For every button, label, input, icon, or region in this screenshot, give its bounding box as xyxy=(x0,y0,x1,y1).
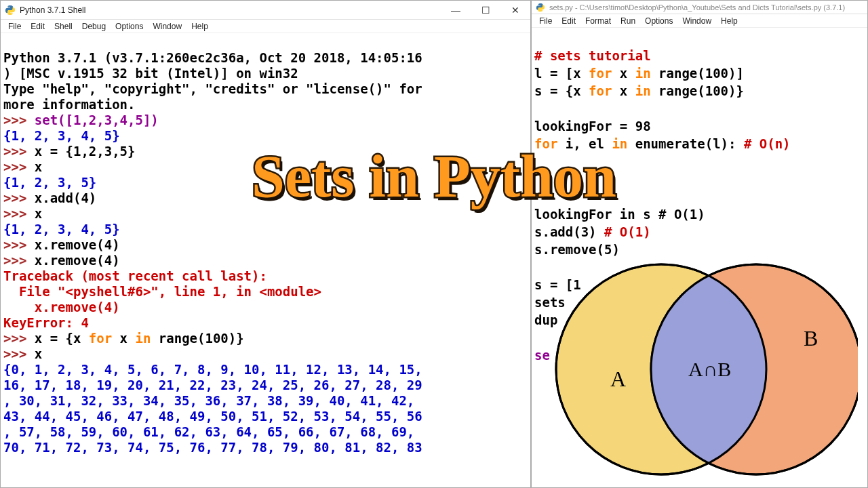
prompt: >>> xyxy=(3,113,35,127)
shell-input: x.remove(4) xyxy=(35,237,120,252)
shell-input: x = {1,2,3,5} xyxy=(35,144,136,159)
shell-output: {1, 2, 3, 4, 5} xyxy=(3,222,120,237)
menu-format[interactable]: Format xyxy=(580,15,616,27)
menu-options[interactable]: Options xyxy=(640,15,677,27)
traceback: KeyError: 4 xyxy=(3,315,89,330)
shell-output: , 30, 31, 32, 33, 34, 35, 36, 37, 38, 39… xyxy=(3,393,422,408)
editor-line: s.add(3) # O(1) xyxy=(534,224,651,239)
python-icon xyxy=(536,3,545,12)
thumbnail-title: Sets in Python xyxy=(252,142,616,211)
shell-output: {0, 1, 2, 3, 4, 5, 6, 7, 8, 9, 10, 11, 1… xyxy=(3,362,422,377)
shell-output: 70, 71, 72, 73, 74, 75, 76, 77, 78, 79, … xyxy=(3,440,422,455)
menu-debug[interactable]: Debug xyxy=(77,20,111,33)
shell-text[interactable]: Python 3.7.1 (v3.7.1:260ec2c36a, Oct 20 … xyxy=(1,33,530,455)
menu-help[interactable]: Help xyxy=(716,15,743,27)
shell-input: x xyxy=(35,346,42,361)
menu-options[interactable]: Options xyxy=(111,20,148,33)
shell-title: Python 3.7.1 Shell xyxy=(20,5,441,15)
prompt: >>> xyxy=(3,253,35,268)
shell-input: x.remove(4) xyxy=(35,253,120,268)
traceback: x.remove(4) xyxy=(3,300,120,314)
close-button[interactable]: ✕ xyxy=(500,1,530,19)
editor-menubar: File Edit Format Run Options Window Help xyxy=(532,14,867,28)
shell-window: Python 3.7.1 Shell — ☐ ✕ File Edit Shell… xyxy=(0,0,531,488)
banner-line: Python 3.7.1 (v3.7.1:260ec2c36a, Oct 20 … xyxy=(3,50,422,65)
venn-label-b: B xyxy=(804,326,818,350)
venn-label-ab: A∩B xyxy=(688,358,731,380)
banner-line: more information. xyxy=(3,97,135,112)
python-icon xyxy=(5,5,16,16)
prompt: >>> xyxy=(3,144,35,159)
editor-line: # sets tutorial xyxy=(534,48,651,63)
minimize-button[interactable]: — xyxy=(441,1,471,19)
traceback: File "<pyshell#6>", line 1, in <module> xyxy=(3,284,321,299)
prompt: >>> xyxy=(3,206,35,221)
shell-input: x xyxy=(35,206,42,221)
prompt: >>> xyxy=(3,346,35,361)
shell-output: , 57, 58, 59, 60, 61, 62, 63, 64, 65, 66… xyxy=(3,424,422,439)
prompt: >>> xyxy=(3,237,35,252)
menu-window[interactable]: Window xyxy=(148,20,186,33)
prompt: >>> xyxy=(3,190,35,205)
menu-file[interactable]: File xyxy=(3,20,26,33)
banner-line: Type "help", "copyright", "credits" or "… xyxy=(3,81,422,96)
menu-shell[interactable]: Shell xyxy=(50,20,77,33)
editor-titlebar[interactable]: sets.py - C:\Users\timot\Desktop\Python\… xyxy=(532,1,867,14)
maximize-button[interactable]: ☐ xyxy=(471,1,500,19)
shell-titlebar[interactable]: Python 3.7.1 Shell — ☐ ✕ xyxy=(1,1,530,20)
prompt: >>> xyxy=(3,159,35,174)
shell-output: 16, 17, 18, 19, 20, 21, 22, 23, 24, 25, … xyxy=(3,378,422,392)
menu-window[interactable]: Window xyxy=(677,15,716,27)
shell-input: x xyxy=(35,159,42,174)
window-buttons: — ☐ ✕ xyxy=(441,1,530,19)
menu-edit[interactable]: Edit xyxy=(26,20,50,33)
traceback: Traceback (most recent call last): xyxy=(3,268,267,283)
menu-help[interactable]: Help xyxy=(186,20,213,33)
shell-input: x = {x for x in range(100)} xyxy=(35,331,244,346)
editor-title: sets.py - C:\Users\timot\Desktop\Python\… xyxy=(549,3,867,12)
shell-menubar: File Edit Shell Debug Options Window Hel… xyxy=(1,20,530,33)
shell-output: {1, 2, 3, 5} xyxy=(3,175,96,190)
banner-line: ) [MSC v.1915 32 bit (Intel)] on win32 xyxy=(3,66,298,81)
shell-input: x.add(4) xyxy=(35,190,97,205)
menu-edit[interactable]: Edit xyxy=(557,15,580,27)
venn-diagram: A B A∩B xyxy=(546,244,858,481)
menu-run[interactable]: Run xyxy=(616,15,640,27)
editor-line: s = {x for x in range(100)} xyxy=(534,83,744,98)
shell-output: {1, 2, 3, 4, 5} xyxy=(3,128,120,143)
venn-label-a: A xyxy=(610,367,626,391)
editor-line: lookingFor = 98 xyxy=(534,119,651,134)
shell-input: set([1,2,3,4,5]) xyxy=(35,113,159,127)
shell-output: 43, 44, 45, 46, 47, 48, 49, 50, 51, 52, … xyxy=(3,409,422,424)
menu-file[interactable]: File xyxy=(534,15,557,27)
editor-line: l = [x for x in range(100)] xyxy=(534,66,744,81)
prompt: >>> xyxy=(3,331,35,346)
